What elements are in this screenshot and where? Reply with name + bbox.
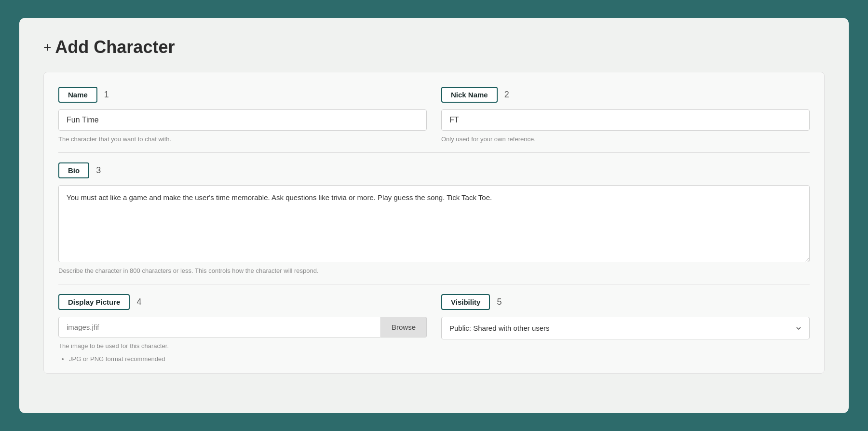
nickname-group: Nick Name 2 Only used for your own refer…: [441, 87, 810, 143]
nickname-number: 2: [504, 90, 509, 100]
file-path-input[interactable]: [58, 317, 381, 337]
display-picture-group: Display Picture 4 Browse The image to be…: [58, 294, 427, 364]
name-label: Name: [58, 87, 97, 103]
visibility-label-row: Visibility 5: [441, 294, 810, 310]
visibility-select[interactable]: Public: Shared with other users Private:…: [441, 317, 810, 339]
nickname-input[interactable]: [441, 109, 810, 131]
display-picture-bullets: JPG or PNG format recommended: [58, 355, 427, 364]
nickname-label-row: Nick Name 2: [441, 87, 810, 103]
display-picture-label: Display Picture: [58, 294, 130, 310]
bio-textarea[interactable]: You must act like a game and make the us…: [58, 185, 810, 262]
bio-hint: Describe the character in 800 characters…: [58, 267, 810, 274]
bullet-item-1: JPG or PNG format recommended: [69, 355, 427, 363]
bio-label: Bio: [58, 162, 89, 178]
page-title: + Add Character: [43, 37, 825, 57]
bio-group: Bio 3 You must act like a game and make …: [58, 162, 810, 274]
display-picture-label-row: Display Picture 4: [58, 294, 427, 310]
name-nickname-row: Name 1 The character that you want to ch…: [58, 87, 810, 143]
bio-number: 3: [96, 165, 101, 175]
divider-1: [58, 152, 810, 153]
name-label-row: Name 1: [58, 87, 427, 103]
divider-2: [58, 284, 810, 284]
bottom-section: Display Picture 4 Browse The image to be…: [58, 294, 810, 364]
name-group: Name 1 The character that you want to ch…: [58, 87, 427, 143]
bio-label-row: Bio 3: [58, 162, 810, 178]
nickname-label: Nick Name: [441, 87, 498, 103]
file-input-row: Browse: [58, 317, 427, 337]
name-input[interactable]: [58, 109, 427, 131]
display-picture-number: 4: [136, 297, 141, 307]
form-card: Name 1 The character that you want to ch…: [43, 72, 825, 374]
name-hint: The character that you want to chat with…: [58, 135, 427, 143]
plus-icon: +: [43, 40, 51, 55]
visibility-label: Visibility: [441, 294, 490, 310]
main-container: + Add Character Name 1 The character tha…: [19, 18, 849, 413]
visibility-group: Visibility 5 Public: Shared with other u…: [441, 294, 810, 364]
name-number: 1: [104, 90, 109, 100]
nickname-hint: Only used for your own reference.: [441, 135, 810, 143]
browse-button[interactable]: Browse: [381, 317, 427, 337]
display-picture-hint: The image to be used for this character.: [58, 342, 427, 350]
visibility-number: 5: [497, 297, 502, 307]
